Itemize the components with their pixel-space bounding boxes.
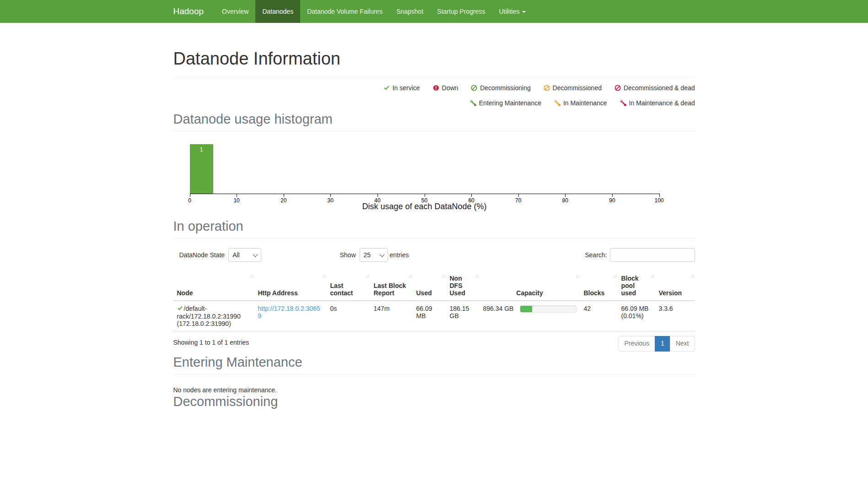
column-header-http-address[interactable]: ↓↑Http Address xyxy=(254,269,327,301)
in-operation-section-title: In operation xyxy=(173,218,695,234)
divider xyxy=(173,374,695,374)
sort-icon[interactable]: ↓↑ xyxy=(322,273,326,279)
legend-down: Down xyxy=(433,84,458,92)
page-length-select-wrap: 25 xyxy=(360,248,388,262)
capacity-progress-fill xyxy=(520,306,532,312)
pagination: Previous 1 Next xyxy=(618,336,695,352)
legend-row-1: In service Down Decommissioning Decommis… xyxy=(173,81,695,96)
axis-tick xyxy=(237,194,237,197)
sort-icon[interactable]: ↓↑ xyxy=(576,273,579,279)
exclamation-circle-icon xyxy=(433,82,439,96)
wrench-icon xyxy=(470,97,476,111)
cell-version: 3.3.6 xyxy=(655,301,695,331)
cell-last-block-report: 147m xyxy=(370,301,413,331)
entries-label: entries xyxy=(389,251,409,259)
column-header-last-block-report[interactable]: ↓↑Last Block Report xyxy=(370,269,413,301)
axis-tick xyxy=(565,194,566,197)
datanode-state-select-wrap: All xyxy=(228,248,261,262)
column-header-version[interactable]: ↓↑Version xyxy=(655,269,695,301)
nav-item-snapshot[interactable]: Snapshot xyxy=(389,0,430,23)
legend-decommissioned-dead: Decommissioned & dead xyxy=(615,84,695,92)
divider xyxy=(173,77,695,77)
table-row: /default-rack/172.18.0.2:31990 (172.18.0… xyxy=(173,301,695,331)
divider xyxy=(173,238,695,238)
nav-item-startup-progress[interactable]: Startup Progress xyxy=(430,0,492,23)
cell-block-pool-used: 66.09 MB (0.01%) xyxy=(618,301,655,331)
pagination-next-button[interactable]: Next xyxy=(670,336,695,352)
table-summary: Showing 1 to 1 of 1 entries xyxy=(173,339,249,346)
cell-last-contact: 0s xyxy=(327,301,370,331)
cell-http-address: http://172.18.0.2:30659 xyxy=(254,301,327,331)
axis-tick xyxy=(659,194,660,197)
axis-tick xyxy=(190,194,190,197)
cell-blocks: 42 xyxy=(580,301,618,331)
brand-hadoop[interactable]: Hadoop xyxy=(173,0,211,23)
status-legend: In service Down Decommissioning Decommis… xyxy=(173,81,695,111)
axis-tick xyxy=(330,194,331,197)
check-icon xyxy=(177,305,183,313)
sort-icon[interactable]: ↓↑ xyxy=(475,273,479,279)
navbar: Hadoop Overview Datanodes Datanode Volum… xyxy=(0,0,868,23)
cell-non-dfs-used: 186.15 GB xyxy=(446,301,480,331)
check-icon xyxy=(383,82,390,96)
histogram-bar-count: 1 xyxy=(190,144,213,153)
legend-in-maintenance: In Maintenance xyxy=(554,99,607,107)
table-header-row: ↓↑Node ↓↑Http Address ↓↑Last contact ↓↑L… xyxy=(173,269,695,301)
column-header-blocks[interactable]: ↓↑Blocks xyxy=(580,269,618,301)
search-input[interactable] xyxy=(610,248,695,262)
histogram-section-title: Datanode usage histogram xyxy=(173,111,695,127)
legend-row-2: Entering Maintenance In Maintenance In M… xyxy=(173,96,695,111)
axis-tick xyxy=(377,194,378,197)
pagination-previous-button[interactable]: Previous xyxy=(618,336,655,352)
column-header-used[interactable]: ↓↑Used xyxy=(413,269,446,301)
legend-decommissioned: Decommissioned xyxy=(544,84,602,92)
sort-icon[interactable]: ↓↑ xyxy=(442,273,445,279)
search-control: Search: xyxy=(585,248,695,262)
sort-icon[interactable]: ↓↑ xyxy=(366,273,369,279)
search-label: Search: xyxy=(585,251,607,259)
datanode-state-filter: DataNode StateAll xyxy=(179,248,262,262)
column-header-node[interactable]: ↓↑Node xyxy=(173,269,254,301)
sort-icon[interactable]: ↓↑ xyxy=(690,273,694,279)
cell-node: /default-rack/172.18.0.2:31990 (172.18.0… xyxy=(173,301,254,331)
nav-item-datanodes[interactable]: Datanodes xyxy=(255,0,300,23)
nav-item-datanode-volume-failures[interactable]: Datanode Volume Failures xyxy=(300,0,389,23)
ban-circle-icon xyxy=(615,82,621,96)
datanode-state-label: DataNode State xyxy=(179,251,225,259)
nav-item-overview[interactable]: Overview xyxy=(215,0,255,23)
column-header-last-contact[interactable]: ↓↑Last contact xyxy=(327,269,370,301)
sort-icon[interactable]: ↓↑ xyxy=(250,273,253,279)
sort-icon[interactable]: ↓↑ xyxy=(651,273,654,279)
table-controls: DataNode StateAll Show25 entries Search: xyxy=(173,248,695,263)
histogram-x-axis: 0102030405060708090100 xyxy=(190,194,660,194)
divider xyxy=(173,131,695,131)
column-header-non-dfs-used[interactable]: ↓↑Non DFS Used xyxy=(446,269,480,301)
http-address-link[interactable]: http://172.18.0.2:30659 xyxy=(258,305,320,320)
datanode-state-select[interactable]: All xyxy=(228,248,261,262)
nav-item-utilities[interactable]: Utilities xyxy=(492,0,532,23)
sort-icon[interactable]: ↓↑ xyxy=(408,273,412,279)
page-length-control: Show25 entries xyxy=(340,248,409,262)
legend-decommissioning: Decommissioning xyxy=(471,84,530,92)
legend-entering-maintenance: Entering Maintenance xyxy=(470,99,541,107)
axis-tick xyxy=(471,194,472,197)
entering-maintenance-section-title: Entering Maintenance xyxy=(173,354,695,370)
axis-tick xyxy=(284,194,284,197)
pagination-page-1-button[interactable]: 1 xyxy=(655,336,670,352)
page-length-select[interactable]: 25 xyxy=(360,248,388,262)
column-header-block-pool-used[interactable]: ↓↑Block pool used xyxy=(618,269,655,301)
axis-tick xyxy=(518,194,519,197)
column-header-capacity[interactable]: ↓↑Capacity xyxy=(480,269,580,301)
axis-tick xyxy=(612,194,613,197)
histogram-bar: 1 xyxy=(190,144,213,194)
show-label: Show xyxy=(340,251,356,259)
wrench-icon xyxy=(554,97,561,111)
capacity-progress-bar xyxy=(520,305,577,313)
cell-used: 66.09 MB xyxy=(413,301,446,331)
wrench-icon xyxy=(620,97,626,111)
legend-in-maintenance-dead: In Maintenance & dead xyxy=(620,99,695,107)
legend-in-service: In service xyxy=(383,84,420,92)
sort-icon[interactable]: ↓↑ xyxy=(613,273,617,279)
histogram-axis-title: Disk usage of each DataNode (%) xyxy=(190,202,659,211)
decommissioning-section-title: Decommissioning xyxy=(173,394,695,409)
